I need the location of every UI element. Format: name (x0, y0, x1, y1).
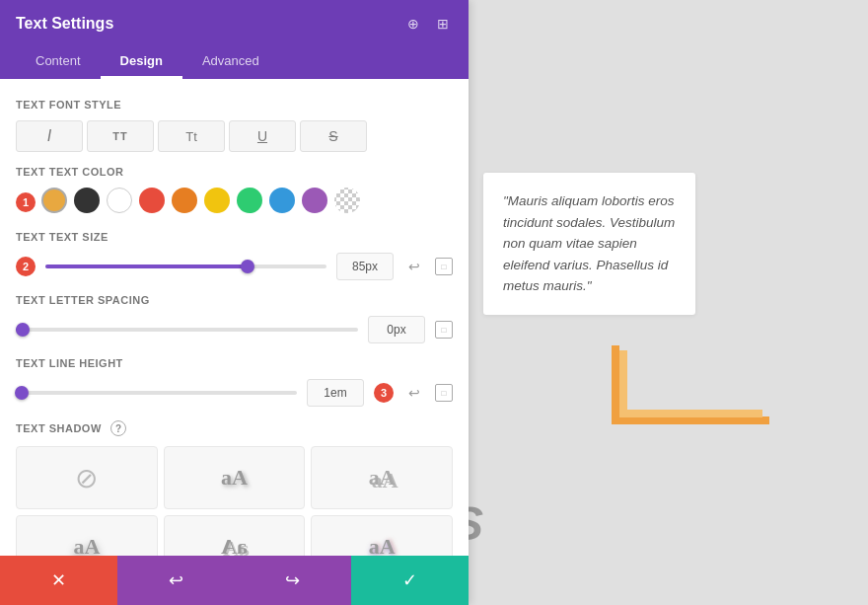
shadow-text-5: aA (369, 534, 396, 556)
text-shadow-label: Text Shadow ? (16, 420, 453, 436)
font-btn-capitalize[interactable]: Tt (158, 120, 225, 152)
swatch-yellow[interactable] (204, 188, 230, 213)
target-icon[interactable]: ⊕ (403, 14, 423, 34)
panel-header: Text Settings ⊕ ⊞ Content Design Advance… (0, 0, 469, 79)
line-height-value[interactable]: 1em (307, 379, 364, 407)
swatch-purple[interactable] (302, 188, 327, 213)
text-color-row: 1 (16, 188, 453, 217)
text-size-row: 2 85px ↩ □ (16, 253, 453, 280)
panel-body: Text Font Style I TT Tt U S Text Text Co… (0, 79, 469, 556)
quote-box: "Mauris aliquam lobortis eros tincidunt … (483, 173, 695, 315)
swatch-green[interactable] (237, 188, 262, 213)
redo-button[interactable]: ↪ (235, 556, 352, 605)
line-height-slider[interactable] (16, 391, 297, 395)
shadow-text-2: aA (369, 465, 396, 491)
shadow-option-2[interactable]: aA (311, 446, 453, 509)
layout-icon[interactable]: ⊞ (433, 14, 453, 34)
text-size-thumb[interactable] (241, 260, 254, 273)
tab-content[interactable]: Content (16, 45, 101, 79)
letter-spacing-copy[interactable]: □ (435, 321, 453, 339)
letter-spacing-thumb[interactable] (16, 323, 30, 337)
shadow-option-4[interactable]: aA (164, 515, 306, 556)
font-btn-strikethrough[interactable]: S (300, 120, 367, 152)
bottom-bar: ✕ ↩ ↪ ✓ (0, 556, 469, 605)
shadow-grid: ⊘ aA aA aA aA aA (16, 446, 453, 556)
text-shadow-help[interactable]: ? (110, 420, 126, 436)
shadow-option-5[interactable]: aA (311, 515, 453, 556)
text-size-slider[interactable] (45, 265, 326, 268)
letter-spacing-value[interactable]: 0px (368, 316, 425, 343)
badge-2: 2 (16, 257, 36, 276)
text-size-value[interactable]: 85px (336, 253, 394, 280)
text-size-copy[interactable]: □ (435, 258, 453, 275)
swatch-red[interactable] (139, 188, 165, 213)
font-btn-underline[interactable]: U (229, 120, 296, 152)
badge-3: 3 (374, 383, 394, 403)
line-height-reset[interactable]: ↩ (403, 382, 425, 404)
swatch-black[interactable] (74, 188, 100, 213)
line-height-copy[interactable]: □ (435, 384, 453, 402)
swatch-orange[interactable] (41, 188, 67, 213)
cancel-button[interactable]: ✕ (0, 556, 117, 605)
text-size-reset[interactable]: ↩ (403, 256, 425, 277)
shadow-option-1[interactable]: aA (164, 446, 306, 509)
font-btn-italic[interactable]: I (16, 120, 83, 152)
font-style-group: I TT Tt U S (16, 120, 453, 152)
settings-panel: Text Settings ⊕ ⊞ Content Design Advance… (0, 0, 469, 605)
badge-1: 1 (16, 192, 36, 212)
shadow-none-icon: ⊘ (75, 462, 98, 494)
line-height-label: Text Line Height (16, 357, 453, 369)
panel-header-icons: ⊕ ⊞ (403, 14, 453, 34)
font-style-label: Text Font Style (16, 99, 453, 111)
shadow-none[interactable]: ⊘ (16, 446, 158, 509)
save-button[interactable]: ✓ (351, 556, 469, 605)
swatch-blue[interactable] (269, 188, 295, 213)
swatch-orange2[interactable] (172, 188, 197, 213)
shadow-text-1: aA (221, 465, 248, 491)
letter-spacing-slider[interactable] (16, 328, 358, 332)
letter-spacing-label: Text Letter Spacing (16, 294, 453, 306)
tab-advanced[interactable]: Advanced (182, 45, 279, 79)
bracket-shape-inner (619, 350, 762, 417)
text-size-label: Text Text Size (16, 231, 453, 243)
swatch-transparent[interactable] (334, 188, 360, 213)
shadow-option-3[interactable]: aA (16, 515, 158, 556)
shadow-text-3: aA (73, 534, 100, 556)
undo-button[interactable]: ↩ (117, 556, 235, 605)
line-height-row: 1em 3 ↩ □ (16, 379, 453, 407)
font-btn-uppercase[interactable]: TT (87, 120, 154, 152)
panel-title: Text Settings (16, 15, 113, 33)
tab-design[interactable]: Design (101, 45, 182, 79)
shadow-text-4: aA (221, 534, 248, 556)
text-color-label: Text Text Color (16, 166, 453, 178)
color-swatches (41, 188, 360, 213)
letter-spacing-row: 0px □ (16, 316, 453, 343)
line-height-thumb[interactable] (15, 386, 29, 400)
tabs: Content Design Advanced (16, 45, 453, 79)
panel-title-row: Text Settings ⊕ ⊞ (16, 14, 453, 34)
swatch-white[interactable] (107, 188, 132, 213)
